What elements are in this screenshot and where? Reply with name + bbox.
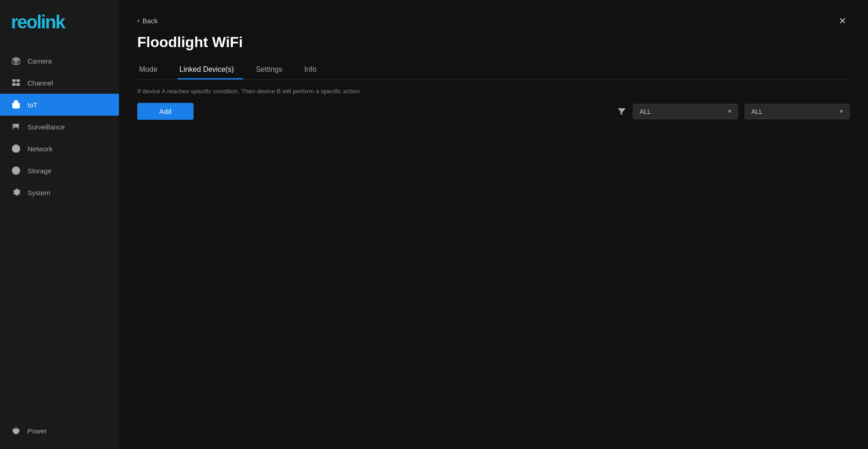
sidebar-spacer: [0, 203, 119, 420]
svg-text:reolink: reolink: [11, 12, 66, 32]
sidebar-item-channel[interactable]: Channel: [0, 72, 119, 94]
sidebar-item-power[interactable]: Power: [0, 420, 119, 442]
sidebar-item-iot[interactable]: IoT: [0, 94, 119, 116]
empty-content-area: [137, 129, 850, 436]
svg-rect-4: [12, 80, 16, 82]
toolbar: Add ALL ▼ ALL ▼: [137, 103, 850, 120]
sidebar-item-camera[interactable]: Camera: [0, 50, 119, 72]
filter-dropdown-2[interactable]: ALL ▼: [744, 104, 850, 119]
network-icon: [11, 144, 21, 154]
content-description: If device A reaches specific condition, …: [137, 88, 850, 95]
tab-settings[interactable]: Settings: [254, 62, 291, 79]
sidebar-item-system[interactable]: System: [0, 182, 119, 203]
back-button[interactable]: ‹ Back: [137, 16, 158, 25]
sidebar-item-storage[interactable]: Storage: [0, 160, 119, 182]
sidebar-item-network-label: Network: [27, 145, 53, 153]
sidebar-item-surveillance-label: Surveillance: [27, 123, 65, 131]
svg-point-13: [14, 170, 15, 171]
svg-rect-7: [16, 83, 20, 86]
logo: reolink: [0, 11, 119, 50]
power-icon: [11, 426, 21, 436]
storage-icon: [11, 166, 21, 176]
tab-info[interactable]: Info: [302, 62, 326, 79]
sidebar-item-power-label: Power: [27, 427, 47, 435]
svg-point-3: [18, 59, 20, 60]
sidebar-item-channel-label: Channel: [27, 79, 53, 87]
filter-icon: [616, 107, 626, 117]
filter-dropdown-1[interactable]: ALL ▼: [633, 104, 738, 119]
svg-point-9: [15, 105, 16, 106]
tab-mode[interactable]: Mode: [137, 62, 167, 79]
tab-linked-devices[interactable]: Linked Device(s): [178, 62, 243, 79]
back-label: Back: [142, 17, 157, 25]
page-title: Floodlight WiFi: [137, 34, 850, 51]
reolink-logo: reolink: [11, 11, 75, 32]
sidebar-item-storage-label: Storage: [27, 167, 52, 175]
sidebar-item-system-label: System: [27, 189, 50, 197]
iot-icon: [11, 100, 21, 110]
add-button[interactable]: Add: [137, 103, 194, 120]
tabs-bar: Mode Linked Device(s) Settings Info: [137, 62, 850, 80]
svg-rect-5: [16, 80, 20, 82]
main-content: ‹ Back × Floodlight WiFi Mode Linked Dev…: [119, 0, 868, 449]
sidebar-item-camera-label: Camera: [27, 57, 52, 65]
channel-icon: [11, 78, 21, 88]
svg-rect-6: [12, 83, 16, 86]
sidebar-item-network[interactable]: Network: [0, 138, 119, 160]
filter-select-2[interactable]: ALL: [744, 104, 850, 119]
sidebar: reolink Camera Channel: [0, 0, 119, 449]
surveillance-icon: [11, 122, 21, 132]
sidebar-item-iot-label: IoT: [27, 101, 38, 109]
sidebar-item-surveillance[interactable]: Surveillance: [0, 116, 119, 138]
svg-point-14: [14, 172, 15, 173]
system-icon: [11, 187, 21, 198]
filter-select-1[interactable]: ALL: [633, 104, 738, 119]
back-chevron-icon: ‹: [137, 16, 140, 25]
camera-icon: [11, 56, 21, 66]
top-bar: ‹ Back ×: [137, 13, 850, 28]
close-button[interactable]: ×: [836, 13, 850, 28]
